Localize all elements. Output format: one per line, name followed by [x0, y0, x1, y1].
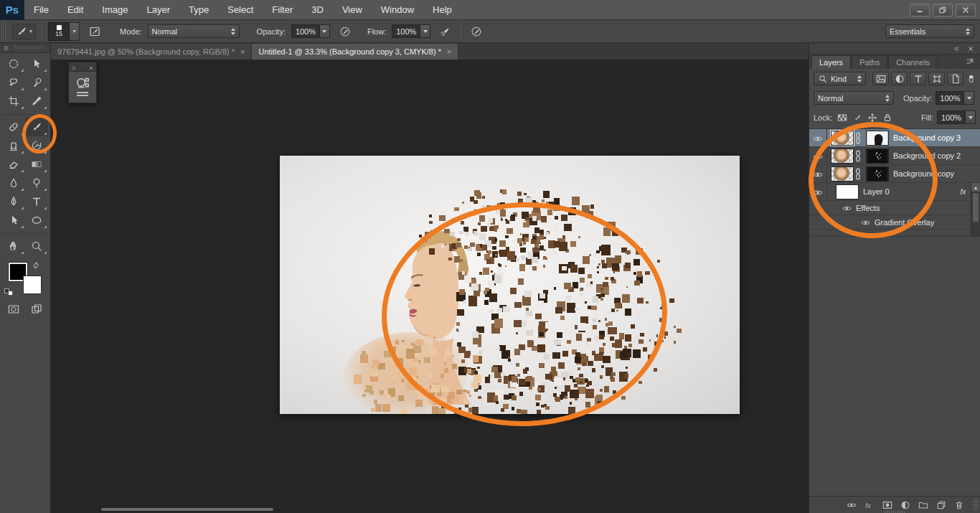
layer-row[interactable]: Background copy	[809, 165, 980, 183]
footer-folder-icon[interactable]	[918, 500, 928, 510]
brush-tool[interactable]	[25, 118, 48, 136]
opacity-field[interactable]: 100%	[291, 24, 330, 38]
clone-source-icon[interactable]	[75, 75, 90, 90]
lock-padlock-icon[interactable]	[882, 113, 892, 123]
layer-opacity-field[interactable]: 100%	[936, 91, 974, 105]
type-tool[interactable]	[25, 192, 48, 211]
layer-row[interactable]: Layer 0fx	[809, 183, 980, 201]
layer-thumbnail[interactable]	[831, 131, 854, 146]
layer-row[interactable]: Background copy 2	[809, 147, 980, 165]
toggle-brush-panel-button[interactable]	[85, 23, 104, 40]
eye-icon[interactable]	[813, 135, 823, 141]
filter-smartfilter-button[interactable]	[947, 72, 963, 85]
eye-icon[interactable]	[842, 204, 852, 211]
tab-close-icon[interactable]: ×	[240, 47, 245, 56]
mini-panel-header[interactable]	[69, 62, 96, 72]
background-color[interactable]	[23, 276, 42, 294]
canvas[interactable]	[280, 156, 740, 414]
layer-visibility-cell[interactable]	[809, 183, 827, 200]
blend-mode-select[interactable]: Normal	[814, 91, 894, 105]
lock-movecross-icon[interactable]	[867, 113, 877, 123]
menu-item-file[interactable]: File	[24, 0, 58, 19]
smudge-tool[interactable]	[2, 174, 25, 192]
flow-field[interactable]: 100%	[392, 24, 430, 38]
crop-tool[interactable]	[2, 92, 25, 110]
menu-item-edit[interactable]: Edit	[58, 0, 93, 19]
footer-adjfilter-icon[interactable]	[900, 500, 910, 510]
effect-row[interactable]: Gradient Overlay	[809, 215, 980, 230]
menu-item-help[interactable]: Help	[423, 0, 461, 19]
airbrush-button[interactable]	[436, 23, 455, 40]
lock-brushsmall-icon[interactable]	[852, 113, 862, 123]
spot-healing-brush-tool[interactable]	[2, 118, 25, 136]
close-button[interactable]	[956, 4, 976, 17]
mode-select[interactable]: Normal	[148, 24, 240, 38]
layer-mask-thumbnail[interactable]	[866, 166, 889, 182]
layer-thumbnail[interactable]	[831, 166, 854, 182]
ellipse-tool[interactable]	[25, 211, 48, 230]
panel-tab-paths[interactable]: Paths	[852, 55, 887, 69]
layer-visibility-cell[interactable]	[809, 129, 827, 146]
fill-field[interactable]: 100%	[937, 110, 976, 124]
filter-pixelfilter-button[interactable]	[872, 72, 889, 85]
zoom-tool[interactable]	[25, 237, 48, 255]
filter-typefilter-button[interactable]	[910, 72, 926, 85]
menu-item-type[interactable]: Type	[179, 0, 218, 19]
eraser-tool[interactable]	[2, 155, 25, 174]
brush-preset-picker[interactable]: 15 ▾	[48, 22, 80, 41]
panel-tab-channels[interactable]: Channels	[888, 55, 937, 69]
close-panel-icon[interactable]	[967, 45, 974, 52]
menu-item-3d[interactable]: 3D	[302, 0, 333, 19]
tools-panel-header[interactable]	[0, 43, 50, 53]
opacity-arrow[interactable]	[320, 24, 330, 38]
panel-tab-layers[interactable]: Layers	[811, 55, 851, 69]
filter-shapefilter-button[interactable]	[928, 72, 945, 85]
fill-arrow[interactable]	[966, 110, 976, 124]
layer-opacity-arrow[interactable]	[964, 91, 974, 105]
path-selection-tool[interactable]	[2, 211, 25, 230]
default-colors-icon[interactable]	[4, 288, 13, 296]
tool-preset-picker[interactable]: ▾	[12, 24, 36, 39]
pen-tool[interactable]	[2, 192, 25, 211]
scroll-thumb[interactable]	[973, 193, 979, 222]
document-tab[interactable]: 97679441.jpg @ 50% (Background copy, RGB…	[51, 44, 252, 60]
lock-checkerboard-icon[interactable]	[837, 113, 847, 123]
layer-fx-badge[interactable]: fx	[959, 187, 970, 197]
menu-item-select[interactable]: Select	[218, 0, 263, 19]
filter-toggle-icon[interactable]	[967, 74, 976, 84]
screen-mode-button[interactable]	[25, 300, 48, 319]
menu-item-view[interactable]: View	[333, 0, 372, 19]
layer-visibility-cell[interactable]	[809, 147, 827, 164]
layer-mask-thumbnail[interactable]	[866, 149, 889, 164]
layer-thumbnail[interactable]	[831, 149, 854, 164]
layer-mask-thumbnail[interactable]	[866, 131, 889, 146]
minimize-button[interactable]	[910, 4, 930, 17]
dodge-tool[interactable]	[25, 174, 48, 192]
menu-item-image[interactable]: Image	[93, 0, 137, 19]
layer-row[interactable]: Background copy 3	[809, 129, 980, 147]
move-tool[interactable]	[25, 55, 48, 73]
footer-link-icon[interactable]	[847, 500, 857, 510]
tablet-pressure-size-button[interactable]	[467, 23, 486, 40]
tablet-pressure-opacity-button[interactable]	[336, 23, 354, 40]
brush-picker-arrow[interactable]: ▾	[70, 22, 80, 41]
document-tab[interactable]: Untitled-1 @ 33.3% (Background copy 3, C…	[252, 44, 458, 60]
menu-item-layer[interactable]: Layer	[138, 0, 180, 19]
filter-adjfilter-button[interactable]	[891, 72, 908, 85]
quick-selection-tool[interactable]	[25, 73, 48, 92]
options-bar-grip[interactable]	[0, 20, 6, 42]
elliptical-marquee-tool[interactable]	[2, 55, 25, 73]
corner-resize-grip[interactable]	[973, 500, 979, 510]
restore-button[interactable]	[933, 4, 953, 17]
eye-icon[interactable]	[861, 219, 870, 225]
scroll-up-button[interactable]: ▲	[971, 183, 980, 192]
footer-fx-icon[interactable]: fx	[864, 500, 875, 510]
eye-icon[interactable]	[813, 153, 823, 159]
panel-menu-icon[interactable]	[964, 57, 976, 65]
hand-tool[interactable]	[2, 237, 25, 255]
pasteboard[interactable]	[51, 60, 809, 513]
quick-mask-button[interactable]	[2, 300, 25, 319]
eye-icon[interactable]	[813, 171, 823, 177]
workspace-select[interactable]: Essentials	[885, 24, 974, 38]
footer-newlayer-icon[interactable]	[936, 500, 946, 510]
